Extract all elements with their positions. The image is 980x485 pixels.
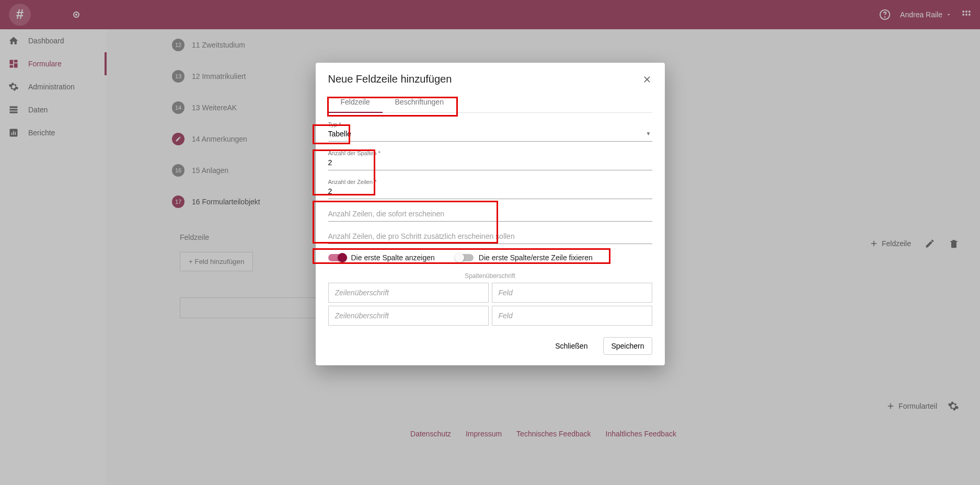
modal-overlay: Neue Feldzeile hinzufügen Feldzeile Besc… — [0, 0, 980, 29]
